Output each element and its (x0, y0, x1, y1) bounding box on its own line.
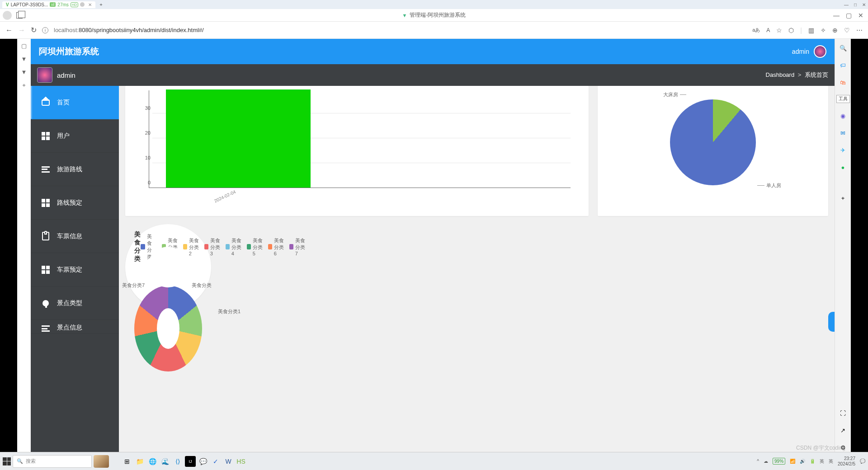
forward-button: → (18, 26, 25, 34)
legend-swatch-icon (289, 244, 293, 249)
favorite-icon[interactable]: ☆ (776, 27, 782, 34)
close-icon[interactable]: ✕ (858, 12, 863, 19)
legend-swatch-icon (183, 244, 187, 249)
share-icon[interactable]: ↗ (839, 426, 848, 435)
sidebar-item-route-booking[interactable]: 路线预定 (31, 186, 119, 220)
url-input[interactable]: localhost:8080/springbootsiiny4vh/admin/… (54, 27, 747, 33)
tab-title: LAPTOP-3S9DS... (11, 2, 48, 7)
rail-vue-icon[interactable]: ▼ (21, 56, 27, 62)
read-aloud-icon[interactable]: A (766, 27, 770, 33)
header-user[interactable]: admin (792, 45, 826, 58)
sidebar-item-home[interactable]: 首页 (31, 86, 119, 119)
site-info-icon[interactable]: i (42, 27, 48, 33)
search-icon[interactable]: 🔍 (839, 43, 848, 52)
breadcrumb-home: 系统首页 (805, 71, 828, 78)
window-minimize-button[interactable]: — (844, 2, 849, 7)
refresh-button[interactable]: ↻ (31, 26, 37, 34)
sidebar-item-scenic-type[interactable]: 景点类型 (31, 287, 119, 320)
favorites-bar-icon[interactable]: ✧ (821, 27, 826, 34)
breadcrumb-dashboard[interactable]: Dashboard (766, 71, 795, 78)
spotify-icon[interactable]: ● (839, 163, 848, 172)
sidebar: 首页 用户 旅游路线 路线预定 车票信息 (31, 86, 119, 452)
shop-icon[interactable]: 🛍 (839, 78, 848, 87)
screenshot-icon[interactable]: ⛶ (839, 409, 848, 418)
pie-label-single: 单人房 (766, 182, 781, 189)
bulb-icon (42, 300, 49, 306)
sidebar-item-label: 用户 (57, 132, 70, 140)
performance-icon[interactable]: ♡ (844, 27, 850, 34)
sidebar-item-users[interactable]: 用户 (31, 119, 119, 153)
translate-icon[interactable]: aあ (752, 27, 760, 33)
sidebar-item-label: 路线预定 (57, 199, 82, 207)
sidebar-item-label: 旅游路线 (57, 165, 82, 174)
bar-rect (166, 89, 311, 188)
breadcrumb-avatar-icon (37, 67, 52, 83)
latency-text: 27ms (57, 2, 68, 7)
tools-button[interactable]: 工具 (836, 95, 850, 103)
bar-chart-card: 0 10 20 30 2024-02-04 (125, 86, 589, 216)
more-icon[interactable]: ⋯ (856, 27, 863, 34)
legend-swatch-icon (204, 244, 208, 249)
rail-add-icon[interactable]: + (22, 82, 26, 89)
sidebar-item-label: 车票预定 (57, 266, 82, 274)
status-dot-icon (80, 2, 85, 7)
grid-icon (42, 132, 50, 140)
list-icon (42, 166, 50, 173)
right-vertical-rail: 🔍 🏷 🛍 工具 ◉ ✉ ✈ ● + ⛶ ↗ ⚙ (835, 39, 851, 452)
donut-title: 美食分类 (134, 230, 141, 263)
workspaces-icon[interactable] (16, 12, 23, 19)
rail-tab-icon[interactable]: ▢ (21, 42, 27, 49)
window-titlebar: V LAPTOP-3S9DS... ııl 27ms HD ✕ + — □ ✕ (0, 0, 868, 9)
app-header: 阿坝州旅游系统 admin (31, 39, 835, 64)
pie-chart-card: 大床房 单人房 (598, 86, 828, 216)
side-pull-tab[interactable] (828, 312, 835, 332)
page-title: 管理端-阿坝州旅游系统 (410, 11, 466, 19)
hd-badge: HD (71, 2, 79, 7)
breadcrumb-bar: admin Dashboard > 系统首页 (31, 64, 835, 86)
header-avatar-icon (814, 45, 826, 58)
grid-icon (42, 266, 50, 274)
left-vertical-rail: ▢ ▼ ▼ + (17, 39, 31, 452)
window-maximize-button[interactable]: □ (854, 2, 857, 7)
back-button[interactable]: ← (5, 26, 13, 34)
breadcrumb: Dashboard > 系统首页 (766, 71, 828, 79)
sidebar-item-label: 首页 (57, 99, 70, 107)
sidebar-item-routes[interactable]: 旅游路线 (31, 153, 119, 186)
legend-swatch-icon (247, 244, 251, 249)
address-bar: ← → ↻ i localhost:8080/springbootsiiny4v… (0, 22, 868, 39)
rail-plus-icon[interactable]: + (839, 193, 848, 202)
browser-tab[interactable]: V LAPTOP-3S9DS... ııl 27ms HD ✕ (2, 1, 95, 8)
window-close-button[interactable]: ✕ (862, 2, 866, 7)
legend-swatch-icon (162, 244, 166, 249)
header-username: admin (792, 48, 809, 55)
rail-vue2-icon[interactable]: ▼ (21, 69, 27, 75)
legend-swatch-icon (226, 244, 230, 249)
list-icon (42, 325, 50, 332)
copilot-icon[interactable]: ◉ (839, 111, 848, 120)
pie-label-big-bed: 大床房 (663, 91, 678, 98)
legend-swatch-icon (141, 244, 145, 249)
donut-chart (134, 286, 202, 371)
restore-icon[interactable]: ▢ (846, 12, 852, 19)
new-tab-button[interactable]: + (97, 1, 105, 8)
outlook-icon[interactable]: ✉ (839, 128, 848, 137)
sidebar-item-scenic-info[interactable]: 景点信息 (31, 320, 119, 334)
sidebar-item-ticket-booking[interactable]: 车票预定 (31, 253, 119, 287)
browser-title-bar: ▼ 管理端-阿坝州旅游系统 — ▢ ✕ (0, 9, 868, 22)
sidebar-item-tickets[interactable]: 车票信息 (31, 220, 119, 253)
extension-icon[interactable]: ⬡ (788, 27, 794, 34)
tag-icon[interactable]: 🏷 (839, 61, 848, 70)
telegram-icon[interactable]: ✈ (839, 146, 848, 155)
minimize-icon[interactable]: — (833, 12, 840, 19)
donut-legend: 美食分类 美食分类1 美食分类2 美食分类3 美食分类4 美食分类5 美食分类6… (141, 233, 305, 260)
profile-avatar-icon[interactable] (3, 11, 12, 20)
tab-close-icon[interactable]: ✕ (88, 2, 92, 7)
grid-icon (42, 199, 50, 207)
sidebar-item-label: 景点信息 (57, 324, 82, 332)
downloads-icon[interactable]: ⊕ (832, 27, 838, 34)
sidebar-item-label: 景点类型 (57, 299, 82, 307)
collections-icon[interactable]: ▥ (808, 27, 814, 34)
content-area: 0 10 20 30 2024-02-04 大床房 (119, 86, 835, 452)
pie-chart: 大床房 单人房 (670, 99, 756, 185)
vue-icon: V (6, 2, 9, 7)
